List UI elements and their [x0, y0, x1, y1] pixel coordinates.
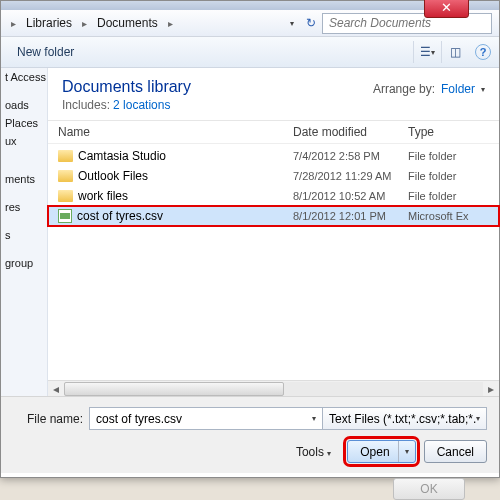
preview-pane-icon[interactable]: ◫	[441, 41, 469, 63]
chevron-right-icon: ▸	[162, 18, 179, 29]
folder-icon	[58, 150, 73, 162]
file-type: Microsoft Ex	[408, 210, 469, 222]
file-row[interactable]: Camtasia Studio7/4/2012 2:58 PMFile fold…	[48, 146, 499, 166]
filename-input[interactable]	[89, 407, 324, 430]
breadcrumb-libraries[interactable]: Libraries	[22, 14, 76, 32]
sidebar-item[interactable]: ­group	[1, 254, 47, 272]
filename-dropdown-icon[interactable]: ▾	[312, 414, 316, 423]
sidebar-item[interactable]: res	[1, 198, 47, 216]
path-dropdown-icon[interactable]: ▾	[284, 19, 300, 28]
view-options-icon[interactable]: ☰ ▾	[413, 41, 441, 63]
file-name: Outlook Files	[78, 169, 148, 183]
file-type: File folder	[408, 170, 456, 182]
filename-label: File name:	[25, 412, 83, 426]
file-date: 8/1/2012 12:01 PM	[293, 210, 408, 222]
locations-link[interactable]: 2 locations	[113, 98, 170, 112]
scroll-thumb[interactable]	[64, 382, 284, 396]
column-headers[interactable]: Name Date modified Type	[48, 121, 499, 144]
dialog-bottom: File name: ▾ Text Files (*.txt;*.csv;*.t…	[1, 396, 499, 473]
col-name[interactable]: Name	[58, 125, 293, 139]
sidebar-item[interactable]: Places	[1, 114, 47, 132]
chevron-right-icon: ▸	[76, 18, 93, 29]
refresh-icon[interactable]: ↻	[300, 16, 322, 30]
chevron-down-icon: ▾	[481, 85, 485, 94]
new-folder-button[interactable]: New folder	[9, 41, 82, 63]
file-row[interactable]: Outlook Files7/28/2012 11:29 AMFile fold…	[48, 166, 499, 186]
sidebar-item[interactable]: s	[1, 226, 47, 244]
file-list-pane: Documents library Includes: 2 locations …	[48, 68, 499, 396]
file-open-dialog: ✕ ▸ Libraries ▸ Documents ▸ ▾ ↻ New fold…	[0, 0, 500, 478]
arrange-by[interactable]: Arrange by: Folder ▾	[373, 82, 485, 96]
scroll-right-icon[interactable]: ▸	[483, 382, 499, 396]
open-button[interactable]: Open ▾	[347, 440, 415, 463]
library-title: Documents library	[62, 78, 191, 96]
sidebar-item[interactable]: ments	[1, 170, 47, 188]
chevron-right-icon: ▸	[5, 18, 22, 29]
ok-button-behind[interactable]: OK	[393, 478, 465, 500]
library-subtitle: Includes: 2 locations	[62, 98, 191, 112]
toolbar: New folder ☰ ▾ ◫ ?	[1, 37, 499, 68]
file-date: 7/28/2012 11:29 AM	[293, 170, 408, 182]
scroll-track[interactable]	[64, 382, 483, 396]
file-row[interactable]: work files8/1/2012 10:52 AMFile folder	[48, 186, 499, 206]
sidebar[interactable]: t Access oads Places ux ments res s ­gro…	[1, 68, 48, 396]
col-date[interactable]: Date modified	[293, 125, 408, 139]
file-type: File folder	[408, 150, 456, 162]
file-row[interactable]: cost of tyres.csv8/1/2012 12:01 PMMicros…	[48, 206, 499, 226]
file-name: cost of tyres.csv	[77, 209, 163, 223]
breadcrumb-documents[interactable]: Documents	[93, 14, 162, 32]
titlebar[interactable]: ✕	[1, 1, 499, 10]
scroll-left-icon[interactable]: ◂	[48, 382, 64, 396]
close-button[interactable]: ✕	[424, 0, 469, 18]
sidebar-item[interactable]: oads	[1, 96, 47, 114]
sidebar-item[interactable]: ux	[1, 132, 47, 150]
horizontal-scrollbar[interactable]: ◂ ▸	[48, 380, 499, 396]
folder-icon	[58, 190, 73, 202]
file-date: 7/4/2012 2:58 PM	[293, 150, 408, 162]
file-type: File folder	[408, 190, 456, 202]
col-type[interactable]: Type	[408, 125, 489, 139]
file-name: work files	[78, 189, 128, 203]
tools-menu[interactable]: Tools ▾	[296, 445, 331, 459]
chevron-down-icon: ▾	[476, 414, 480, 423]
sidebar-item[interactable]: t Access	[1, 68, 47, 86]
open-split-dropdown[interactable]: ▾	[398, 441, 415, 462]
file-type-filter[interactable]: Text Files (*.txt;*.csv;*.tab;*.asc) ▾	[322, 407, 487, 430]
file-date: 8/1/2012 10:52 AM	[293, 190, 408, 202]
folder-icon	[58, 170, 73, 182]
file-name: Camtasia Studio	[78, 149, 166, 163]
cancel-button[interactable]: Cancel	[424, 440, 487, 463]
csv-file-icon	[58, 209, 72, 223]
help-icon[interactable]: ?	[475, 44, 491, 60]
